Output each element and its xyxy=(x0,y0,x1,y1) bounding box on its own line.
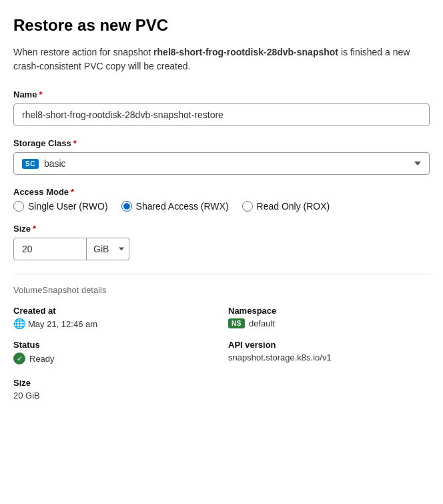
created-at-label: Created at xyxy=(13,306,215,316)
created-at-item: Created at 🌐 May 21, 12:46 am xyxy=(13,306,215,329)
access-mode-required-star: * xyxy=(71,187,74,197)
access-mode-label: Access Mode * xyxy=(13,187,430,197)
snapshot-details-subtitle: VolumeSnapshot details xyxy=(13,285,430,295)
snapshot-size-value-row: 20 GiB xyxy=(13,391,215,401)
status-label: Status xyxy=(13,340,215,350)
access-mode-rox-radio[interactable] xyxy=(242,201,253,212)
namespace-item: Namespace NS default xyxy=(228,306,430,329)
status-value: Ready xyxy=(29,354,55,364)
storage-class-field-group: Storage Class * SC basic xyxy=(13,138,430,175)
size-input[interactable] xyxy=(13,238,87,260)
snapshot-details-grid: Created at 🌐 May 21, 12:46 am Namespace … xyxy=(13,306,430,401)
access-mode-rwo-option[interactable]: Single User (RWO) xyxy=(13,201,108,212)
api-version-value-row: snapshot.storage.k8s.io/v1 xyxy=(228,352,430,362)
page-title: Restore as new PVC xyxy=(13,16,430,35)
size-unit-wrapper: GiB TiB MiB xyxy=(87,238,129,260)
access-mode-rwo-radio[interactable] xyxy=(13,201,24,212)
api-version-value: snapshot.storage.k8s.io/v1 xyxy=(228,352,332,362)
size-required-star: * xyxy=(33,224,36,234)
access-mode-rwo-label: Single User (RWO) xyxy=(28,201,108,212)
size-unit-select[interactable]: GiB TiB MiB xyxy=(87,238,129,260)
api-version-item: API version snapshot.storage.k8s.io/v1 xyxy=(228,340,430,364)
access-mode-rwx-radio[interactable] xyxy=(121,201,132,212)
storage-class-value: basic xyxy=(44,158,414,169)
storage-class-label: Storage Class * xyxy=(13,138,430,148)
section-divider xyxy=(13,274,430,274)
created-at-value: May 21, 12:46 am xyxy=(28,319,97,329)
status-value-row: ✓ Ready xyxy=(13,352,215,364)
snapshot-name-bold: rhel8-short-frog-rootdisk-28dvb-snapshot xyxy=(153,47,338,57)
storage-class-chevron-icon xyxy=(414,162,421,166)
access-mode-radio-group: Single User (RWO) Shared Access (RWX) Re… xyxy=(13,201,430,212)
sc-badge: SC xyxy=(22,159,39,169)
ns-badge: NS xyxy=(228,318,245,328)
snapshot-size-item: Size 20 GiB xyxy=(13,378,215,401)
status-item: Status ✓ Ready xyxy=(13,340,215,364)
name-input[interactable] xyxy=(13,103,430,126)
access-mode-rwx-option[interactable]: Shared Access (RWX) xyxy=(121,201,229,212)
name-required-star: * xyxy=(39,89,42,99)
storage-class-required-star: * xyxy=(73,138,77,148)
namespace-value-row: NS default xyxy=(228,318,430,328)
snapshot-size-label: Size xyxy=(13,378,215,388)
name-field-group: Name * xyxy=(13,89,430,126)
description-prefix: When restore action for snapshot xyxy=(13,47,153,57)
api-version-label: API version xyxy=(228,340,430,350)
globe-icon: 🌐 xyxy=(13,318,24,329)
access-mode-field-group: Access Mode * Single User (RWO) Shared A… xyxy=(13,187,430,212)
description-text: When restore action for snapshot rhel8-s… xyxy=(13,45,430,73)
size-row: GiB TiB MiB xyxy=(13,238,160,260)
created-at-value-row: 🌐 May 21, 12:46 am xyxy=(13,318,215,329)
name-label: Name * xyxy=(13,89,430,99)
size-label: Size * xyxy=(13,224,430,234)
size-field-group: Size * GiB TiB MiB xyxy=(13,224,430,260)
snapshot-size-value: 20 GiB xyxy=(13,391,40,401)
access-mode-rox-option[interactable]: Read Only (ROX) xyxy=(242,201,330,212)
access-mode-rwx-label: Shared Access (RWX) xyxy=(136,201,229,212)
status-check-icon: ✓ xyxy=(13,352,25,364)
namespace-label: Namespace xyxy=(228,306,430,316)
access-mode-rox-label: Read Only (ROX) xyxy=(257,201,330,212)
storage-class-select[interactable]: SC basic xyxy=(13,152,430,175)
namespace-value: default xyxy=(249,318,275,328)
